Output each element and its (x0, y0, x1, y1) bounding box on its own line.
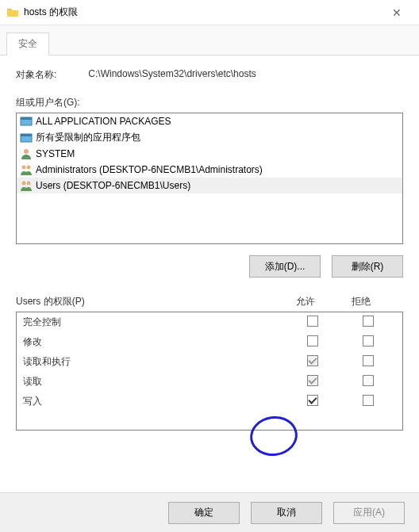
allow-checkbox[interactable] (307, 316, 318, 327)
group-icon (20, 163, 33, 176)
cancel-button[interactable]: 取消 (251, 502, 322, 524)
permissions-scroll[interactable]: 完全控制修改读取和执行读取写入 (17, 312, 402, 430)
list-item-label: Users (DESKTOP-6NECMB1\Users) (36, 180, 190, 191)
permissions-box: 完全控制修改读取和执行读取写入 (16, 312, 403, 431)
allow-checkbox (307, 355, 318, 366)
package-icon (20, 115, 33, 128)
svg-rect-3 (21, 134, 32, 136)
list-item-label: 所有受限制的应用程序包 (36, 131, 140, 144)
permission-name: 完全控制 (23, 316, 285, 329)
object-name-row: 对象名称: C:\Windows\System32\drivers\etc\ho… (16, 68, 403, 82)
close-button[interactable]: ✕ (381, 3, 413, 22)
content-area: 对象名称: C:\Windows\System32\drivers\etc\ho… (0, 55, 419, 438)
permission-name: 读取 (23, 375, 285, 388)
permission-row: 完全控制 (17, 312, 402, 332)
groups-listbox[interactable]: ALL APPLICATION PACKAGES所有受限制的应用程序包SYSTE… (16, 113, 403, 244)
permission-name: 写入 (23, 395, 285, 408)
window-title: hosts 的权限 (24, 6, 381, 19)
add-button[interactable]: 添加(D)... (249, 255, 321, 277)
permission-row: 读取和执行 (17, 352, 402, 372)
group-icon (20, 179, 33, 192)
list-item-label: SYSTEM (36, 148, 75, 159)
folder-icon (6, 6, 19, 19)
permission-row: 写入 (17, 392, 402, 411)
user-icon (20, 147, 33, 160)
groups-label: 组或用户名(G): (16, 96, 403, 109)
list-item[interactable]: Users (DESKTOP-6NECMB1\Users) (17, 178, 402, 193)
svg-point-7 (22, 182, 26, 186)
deny-checkbox[interactable] (363, 335, 374, 346)
list-item-label: ALL APPLICATION PACKAGES (36, 116, 171, 127)
list-item[interactable]: 所有受限制的应用程序包 (17, 129, 402, 146)
permission-name: 读取和执行 (23, 355, 285, 369)
deny-checkbox[interactable] (363, 355, 374, 366)
list-item[interactable]: Administrators (DESKTOP-6NECMB1\Administ… (17, 162, 402, 178)
deny-checkbox[interactable] (363, 316, 374, 327)
svg-point-8 (27, 182, 31, 186)
allow-checkbox (307, 375, 318, 386)
tab-security[interactable]: 安全 (6, 33, 49, 55)
permission-row: 修改 (17, 332, 402, 352)
list-item[interactable]: SYSTEM (17, 146, 402, 162)
allow-checkbox[interactable] (307, 335, 318, 346)
permission-row: 读取 (17, 372, 402, 392)
remove-button[interactable]: 删除(R) (332, 255, 403, 277)
column-allow: 允许 (278, 295, 333, 308)
column-deny: 拒绝 (333, 295, 389, 308)
list-item-label: Administrators (DESKTOP-6NECMB1\Administ… (36, 164, 263, 175)
titlebar: hosts 的权限 ✕ (0, 0, 419, 25)
list-item[interactable]: ALL APPLICATION PACKAGES (17, 113, 402, 129)
ok-button[interactable]: 确定 (168, 502, 240, 524)
package-icon (20, 132, 33, 144)
allow-checkbox[interactable] (307, 395, 318, 406)
group-buttons-row: 添加(D)... 删除(R) (16, 255, 403, 277)
object-name-value: C:\Windows\System32\drivers\etc\hosts (88, 68, 256, 82)
permissions-header: Users 的权限(P) 允许 拒绝 (16, 295, 403, 308)
deny-checkbox[interactable] (363, 375, 374, 386)
svg-point-6 (27, 166, 31, 170)
svg-point-5 (22, 166, 26, 170)
permissions-title: Users 的权限(P) (16, 295, 278, 308)
permission-name: 修改 (23, 335, 285, 349)
svg-rect-1 (21, 117, 32, 120)
tabstrip: 安全 (0, 25, 419, 55)
dialog-footer: 确定 取消 应用(A) (0, 492, 419, 532)
deny-checkbox[interactable] (363, 395, 374, 406)
svg-point-4 (24, 149, 29, 154)
object-name-label: 对象名称: (16, 68, 56, 82)
apply-button[interactable]: 应用(A) (333, 502, 405, 524)
